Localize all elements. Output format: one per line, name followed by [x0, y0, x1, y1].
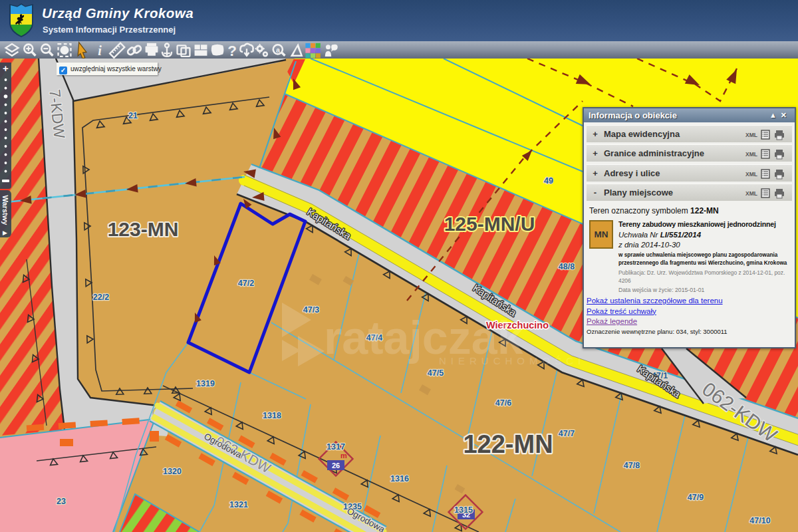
svg-text:a: a: [276, 46, 280, 54]
svg-text:47/7: 47/7: [559, 429, 575, 438]
svg-text:47/9: 47/9: [688, 493, 704, 502]
svg-text:1320: 1320: [163, 467, 182, 476]
svg-text:47/2: 47/2: [238, 279, 254, 288]
svg-text:47/8: 47/8: [624, 461, 640, 470]
svg-text:?: ?: [227, 43, 237, 59]
svg-text:+: +: [3, 63, 9, 74]
svg-text:21: 21: [128, 111, 138, 120]
svg-text:1318: 1318: [263, 411, 281, 420]
svg-text:NIERUCHOMOŚCI: NIERUCHOMOŚCI: [439, 355, 585, 366]
svg-text:122-MN: 122-MN: [463, 430, 553, 458]
svg-text:47/5: 47/5: [428, 368, 444, 378]
svg-text:i: i: [98, 43, 102, 58]
svg-text:1315: 1315: [454, 505, 473, 515]
svg-text:22/2: 22/2: [93, 293, 109, 302]
svg-text:1316: 1316: [390, 474, 409, 483]
svg-text:23: 23: [57, 497, 66, 506]
svg-text:1321: 1321: [229, 500, 248, 509]
svg-text:49: 49: [544, 176, 553, 186]
svg-text:1317: 1317: [327, 442, 345, 452]
svg-text:XML: XML: [745, 190, 757, 197]
svg-text:XML: XML: [745, 171, 757, 178]
svg-text:47/6: 47/6: [495, 398, 511, 408]
svg-text:47/3: 47/3: [303, 305, 319, 315]
svg-text:47/10: 47/10: [749, 516, 770, 525]
svg-text:XML: XML: [745, 151, 757, 158]
svg-text:48/8: 48/8: [559, 262, 575, 271]
svg-text:m: m: [340, 452, 347, 460]
svg-text:26: 26: [332, 462, 340, 469]
svg-text:123-MN: 123-MN: [108, 218, 179, 240]
svg-text:XML: XML: [745, 132, 757, 138]
svg-text:125-MN/U: 125-MN/U: [444, 213, 535, 235]
svg-text:1319: 1319: [196, 379, 215, 388]
